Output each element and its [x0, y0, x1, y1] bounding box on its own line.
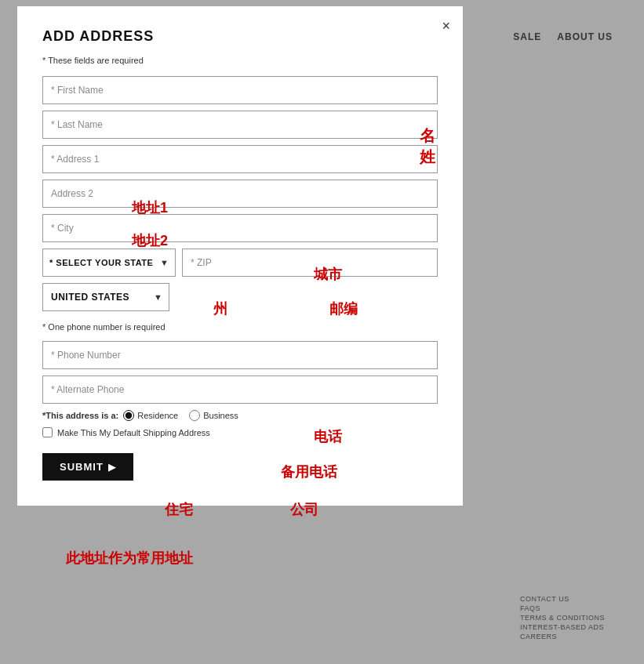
default-shipping-label: Make This My Default Shipping Address: [57, 428, 210, 437]
last-name-input[interactable]: [42, 111, 438, 139]
address2-input[interactable]: [42, 180, 438, 208]
residence-label: Residence: [137, 411, 178, 420]
zip-input[interactable]: [182, 249, 438, 277]
address-type-row: *This address is a: Residence Business: [42, 410, 438, 421]
required-note: * These fields are required: [42, 56, 438, 65]
submit-label: SUBMIT: [60, 461, 104, 473]
residence-radio-label[interactable]: Residence: [123, 410, 178, 421]
footer-terms[interactable]: TERMS & CONDITIONS: [520, 614, 605, 622]
phone-group: [42, 341, 438, 369]
close-button[interactable]: ×: [442, 19, 450, 33]
nav-sale[interactable]: SALE: [513, 31, 541, 42]
footer-faqs[interactable]: FAQS: [520, 604, 605, 612]
residence-radio[interactable]: [123, 410, 134, 421]
default-shipping-checkbox[interactable]: [42, 427, 53, 437]
last-name-group: [42, 111, 438, 139]
modal-title: ADD ADDRESS: [42, 28, 438, 45]
address2-group: [42, 180, 438, 208]
footer-contact[interactable]: CONTACT US: [520, 595, 605, 603]
phone-note: * One phone number is required: [42, 322, 438, 332]
alt-phone-group: [42, 376, 438, 404]
nav-about-us[interactable]: ABOUT US: [557, 31, 613, 42]
city-group: [42, 214, 438, 242]
submit-arrow-icon: ▶: [108, 462, 116, 473]
address1-input[interactable]: [42, 145, 438, 173]
alt-phone-input[interactable]: [42, 376, 438, 404]
city-input[interactable]: [42, 214, 438, 242]
add-address-modal: × ADD ADDRESS * These fields are require…: [17, 6, 463, 506]
submit-button[interactable]: SUBMIT ▶: [42, 453, 133, 481]
nav-bar: SALE ABOUT US: [513, 31, 613, 42]
first-name-input[interactable]: [42, 76, 438, 104]
country-select-wrapper: UNITED STATES CANADA ▼: [42, 283, 169, 311]
business-label: Business: [203, 411, 238, 420]
footer-ads[interactable]: INTEREST-BASED ADS: [520, 623, 605, 631]
state-select-wrapper: * SELECT YOUR STATE Alabama Alaska Arizo…: [42, 249, 176, 277]
business-radio[interactable]: [189, 410, 200, 421]
business-radio-label[interactable]: Business: [189, 410, 238, 421]
state-select[interactable]: * SELECT YOUR STATE Alabama Alaska Arizo…: [43, 249, 175, 276]
phone-input[interactable]: [42, 341, 438, 369]
address1-group: [42, 145, 438, 173]
default-shipping-row: Make This My Default Shipping Address: [42, 427, 438, 437]
address-type-radio-group: Residence Business: [123, 410, 238, 421]
footer-links: CONTACT US FAQS TERMS & CONDITIONS INTER…: [520, 595, 605, 640]
footer-careers[interactable]: CAREERS: [520, 633, 605, 640]
country-select[interactable]: UNITED STATES CANADA: [43, 284, 169, 310]
address-type-label: *This address is a:: [42, 411, 118, 420]
first-name-group: [42, 76, 438, 104]
state-zip-row: * SELECT YOUR STATE Alabama Alaska Arizo…: [42, 249, 438, 277]
